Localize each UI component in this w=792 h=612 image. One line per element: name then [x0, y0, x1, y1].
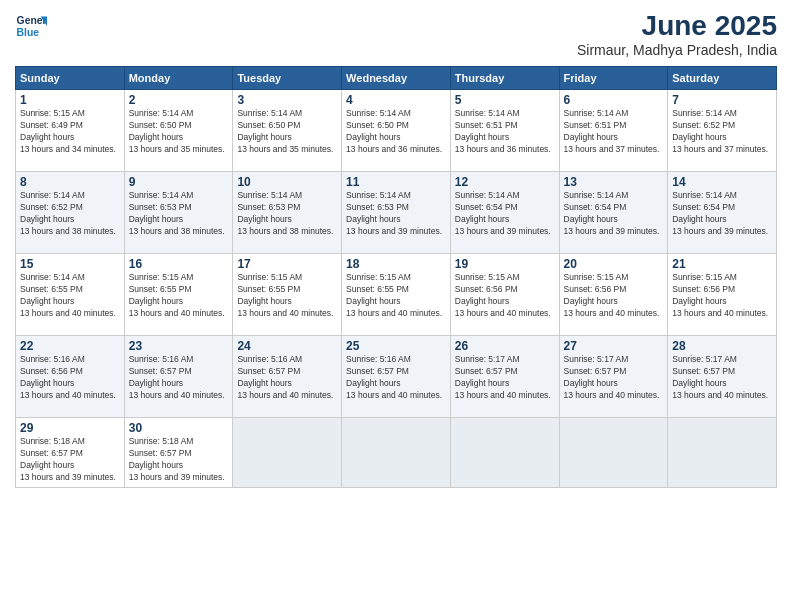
table-row: 4 Sunrise: 5:14 AMSunset: 6:50 PMDayligh…: [342, 90, 451, 172]
table-row: 2 Sunrise: 5:14 AMSunset: 6:50 PMDayligh…: [124, 90, 233, 172]
table-row: 18 Sunrise: 5:15 AMSunset: 6:55 PMDaylig…: [342, 254, 451, 336]
table-row: 9 Sunrise: 5:14 AMSunset: 6:53 PMDayligh…: [124, 172, 233, 254]
table-row: 27 Sunrise: 5:17 AMSunset: 6:57 PMDaylig…: [559, 336, 668, 418]
table-row: 19 Sunrise: 5:15 AMSunset: 6:56 PMDaylig…: [450, 254, 559, 336]
table-row: 26 Sunrise: 5:17 AMSunset: 6:57 PMDaylig…: [450, 336, 559, 418]
table-row: 8 Sunrise: 5:14 AMSunset: 6:52 PMDayligh…: [16, 172, 125, 254]
table-row: 7 Sunrise: 5:14 AMSunset: 6:52 PMDayligh…: [668, 90, 777, 172]
table-row: [668, 418, 777, 488]
table-row: 17 Sunrise: 5:15 AMSunset: 6:55 PMDaylig…: [233, 254, 342, 336]
table-row: 12 Sunrise: 5:14 AMSunset: 6:54 PMDaylig…: [450, 172, 559, 254]
table-row: [559, 418, 668, 488]
logo: General Blue: [15, 10, 47, 42]
header-row: Sunday Monday Tuesday Wednesday Thursday…: [16, 67, 777, 90]
table-row: 21 Sunrise: 5:15 AMSunset: 6:56 PMDaylig…: [668, 254, 777, 336]
month-title: June 2025: [577, 10, 777, 42]
svg-text:Blue: Blue: [17, 27, 40, 38]
calendar: Sunday Monday Tuesday Wednesday Thursday…: [15, 66, 777, 488]
table-row: 3 Sunrise: 5:14 AMSunset: 6:50 PMDayligh…: [233, 90, 342, 172]
table-row: 13 Sunrise: 5:14 AMSunset: 6:54 PMDaylig…: [559, 172, 668, 254]
table-row: [450, 418, 559, 488]
col-friday: Friday: [559, 67, 668, 90]
col-tuesday: Tuesday: [233, 67, 342, 90]
table-row: 6 Sunrise: 5:14 AMSunset: 6:51 PMDayligh…: [559, 90, 668, 172]
table-row: 29 Sunrise: 5:18 AMSunset: 6:57 PMDaylig…: [16, 418, 125, 488]
table-row: 10 Sunrise: 5:14 AMSunset: 6:53 PMDaylig…: [233, 172, 342, 254]
table-row: 5 Sunrise: 5:14 AMSunset: 6:51 PMDayligh…: [450, 90, 559, 172]
table-row: 23 Sunrise: 5:16 AMSunset: 6:57 PMDaylig…: [124, 336, 233, 418]
col-saturday: Saturday: [668, 67, 777, 90]
table-row: 30 Sunrise: 5:18 AMSunset: 6:57 PMDaylig…: [124, 418, 233, 488]
logo-icon: General Blue: [15, 10, 47, 42]
subtitle: Sirmaur, Madhya Pradesh, India: [577, 42, 777, 58]
table-row: 28 Sunrise: 5:17 AMSunset: 6:57 PMDaylig…: [668, 336, 777, 418]
table-row: 20 Sunrise: 5:15 AMSunset: 6:56 PMDaylig…: [559, 254, 668, 336]
table-row: 11 Sunrise: 5:14 AMSunset: 6:53 PMDaylig…: [342, 172, 451, 254]
col-wednesday: Wednesday: [342, 67, 451, 90]
col-monday: Monday: [124, 67, 233, 90]
col-thursday: Thursday: [450, 67, 559, 90]
table-row: 16 Sunrise: 5:15 AMSunset: 6:55 PMDaylig…: [124, 254, 233, 336]
table-row: [233, 418, 342, 488]
table-row: 22 Sunrise: 5:16 AMSunset: 6:56 PMDaylig…: [16, 336, 125, 418]
table-row: 24 Sunrise: 5:16 AMSunset: 6:57 PMDaylig…: [233, 336, 342, 418]
col-sunday: Sunday: [16, 67, 125, 90]
table-row: 1 Sunrise: 5:15 AMSunset: 6:49 PMDayligh…: [16, 90, 125, 172]
page: General Blue June 2025 Sirmaur, Madhya P…: [0, 0, 792, 612]
header: General Blue June 2025 Sirmaur, Madhya P…: [15, 10, 777, 58]
table-row: 15 Sunrise: 5:14 AMSunset: 6:55 PMDaylig…: [16, 254, 125, 336]
table-row: [342, 418, 451, 488]
table-row: 14 Sunrise: 5:14 AMSunset: 6:54 PMDaylig…: [668, 172, 777, 254]
title-block: June 2025 Sirmaur, Madhya Pradesh, India: [577, 10, 777, 58]
table-row: 25 Sunrise: 5:16 AMSunset: 6:57 PMDaylig…: [342, 336, 451, 418]
